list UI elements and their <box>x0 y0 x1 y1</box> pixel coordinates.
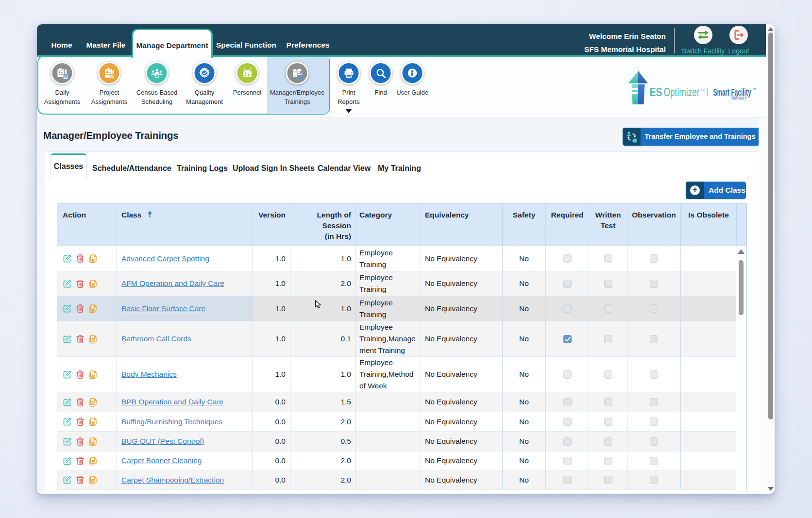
svg-text:Software: Software <box>731 95 747 100</box>
svg-text:ES: ES <box>650 85 662 99</box>
svg-text:Optimizer: Optimizer <box>664 85 700 99</box>
svg-text:TM: TM <box>752 87 756 90</box>
svg-text:TM: TM <box>701 88 705 91</box>
